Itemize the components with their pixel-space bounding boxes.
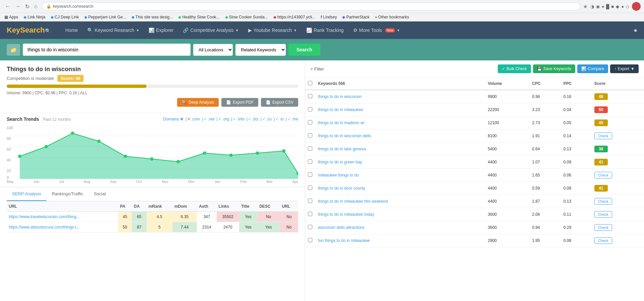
nav-more-tools[interactable]: ⚙ More Tools New ▼ xyxy=(348,22,405,38)
nav-youtube[interactable]: ▶ Youtube Research ▼ xyxy=(244,22,302,38)
search-button[interactable]: Search xyxy=(288,44,320,56)
export-button[interactable]: ↑ Export ▼ xyxy=(610,64,639,73)
bookmark-partnerstack[interactable]: ◆ PartnerStack xyxy=(340,14,371,20)
keyword-link[interactable]: wisconsin dells attractions xyxy=(318,225,365,230)
nav-keyword-research[interactable]: 🔍 Keyword Research ▼ xyxy=(83,22,144,38)
bookmark-apps[interactable]: ▦ Apps xyxy=(3,14,20,20)
tab-serp-analysis[interactable]: SERP Analysis xyxy=(7,187,46,201)
nav-explorer[interactable]: 📊 Explorer xyxy=(144,22,178,38)
location-select[interactable]: All Locations xyxy=(193,44,233,56)
row-checkbox[interactable] xyxy=(305,143,315,156)
domains-label[interactable]: Domains ✚ xyxy=(163,117,184,121)
keyword-link[interactable]: things to do in wisconsin dells xyxy=(318,134,371,138)
check-score-btn[interactable]: Check xyxy=(594,224,612,231)
keyword-checkbox[interactable] xyxy=(308,172,312,177)
row-checkbox[interactable] xyxy=(305,156,315,169)
nav-home[interactable]: Home xyxy=(61,22,83,38)
row-checkbox[interactable] xyxy=(305,103,315,116)
check-score-btn[interactable]: Check xyxy=(594,172,612,179)
keyword-checkbox[interactable] xyxy=(308,133,312,138)
export-pdf-button[interactable]: 📄 Export PDF xyxy=(221,98,258,107)
bookmark-healthy[interactable]: ◆ Healthy Slow Cook... xyxy=(176,14,221,20)
check-score-btn[interactable]: Check xyxy=(594,198,612,205)
back-button[interactable]: ← xyxy=(3,3,12,10)
keyword-checkbox[interactable] xyxy=(308,94,312,98)
keyword-checkbox[interactable] xyxy=(308,186,312,190)
serp-url-1[interactable]: https://www.travelwisconsin.com/thing... xyxy=(7,212,118,222)
keyword-checkbox[interactable] xyxy=(308,225,312,229)
keyword-link[interactable]: things to do in madison wi xyxy=(318,120,364,125)
browser-chrome: ← → ↻ ⌂ 🔒 keysearch.co/research ★ ◑ ◉ ♦ … xyxy=(0,0,644,21)
keyword-type-select[interactable]: Related Keywords xyxy=(235,44,286,56)
list-item: things to do in door county 4400 0.59 0.… xyxy=(305,182,644,195)
check-score-btn[interactable]: Check xyxy=(594,133,612,139)
select-all-checkbox[interactable] xyxy=(308,81,312,85)
keyword-checkbox[interactable] xyxy=(308,238,312,242)
check-score-btn[interactable]: Check xyxy=(594,237,612,244)
user-icon[interactable]: ● xyxy=(634,27,637,34)
keyword-link[interactable]: things to do in wisconsin xyxy=(318,94,362,99)
forward-button[interactable]: → xyxy=(13,3,22,10)
row-checkbox[interactable] xyxy=(305,208,315,221)
tab-social[interactable]: Social xyxy=(89,187,111,201)
bookmark-pepperjam[interactable]: ◆ Pepperjam Link Ge... xyxy=(83,14,128,20)
keyword-link[interactable]: things to do in lake geneva xyxy=(318,147,366,151)
bookmark-site[interactable]: ◆ This site was desig... xyxy=(130,14,174,20)
row-checkbox[interactable] xyxy=(305,234,315,247)
cpc-cell: 0.94 xyxy=(529,221,560,234)
bookmark-more[interactable]: » Other bookmarks xyxy=(373,14,411,20)
bulk-check-button[interactable]: ✓ Bulk Check xyxy=(498,64,531,73)
keyword-link[interactable]: things to do in milwaukee this weekend xyxy=(318,199,388,204)
keyword-checkbox[interactable] xyxy=(308,199,312,203)
keyword-checkbox[interactable] xyxy=(308,146,312,151)
refresh-button[interactable]: ↻ xyxy=(23,3,31,10)
row-checkbox[interactable] xyxy=(305,182,315,195)
search-input[interactable] xyxy=(23,44,191,56)
url-bar[interactable]: 🔒 keysearch.co/research xyxy=(42,2,581,10)
svg-text:60: 60 xyxy=(7,147,11,151)
keyword-label: things to do in milwaukee xyxy=(315,103,485,116)
bookmark-linkninja[interactable]: ◆ Link Ninja xyxy=(22,14,47,20)
keyword-checkbox[interactable] xyxy=(308,159,312,164)
svg-point-17 xyxy=(124,155,127,158)
row-checkbox[interactable] xyxy=(305,116,315,130)
keyword-link[interactable]: things to do in milwaukee today xyxy=(318,212,374,217)
bookmark-ycli[interactable]: ◆ https://n143907.ycli... xyxy=(272,14,317,20)
row-checkbox[interactable] xyxy=(305,195,315,208)
nav-rank[interactable]: 📈 Rank Tracking xyxy=(302,22,348,38)
row-checkbox[interactable] xyxy=(305,169,315,182)
keyword-checkbox[interactable] xyxy=(308,212,312,216)
folder-button[interactable]: 📁 xyxy=(7,44,20,56)
links-1: 35502 xyxy=(217,212,239,222)
star-icon[interactable]: ★ xyxy=(583,3,588,10)
keyword-link[interactable]: milwaukee things to do xyxy=(318,173,359,178)
save-keywords-button[interactable]: 💾 Save Keywords xyxy=(533,64,575,73)
filter-button[interactable]: ▿ Filter xyxy=(311,66,324,71)
keyword-checkbox[interactable] xyxy=(308,120,312,124)
ppc-cell: 0.13 xyxy=(561,143,592,156)
globe-icon-6: ◆ xyxy=(225,15,228,19)
row-checkbox[interactable] xyxy=(305,90,315,103)
keyword-link[interactable]: fun things to do in milwaukee xyxy=(318,238,370,243)
keyword-link[interactable]: things to do in door county xyxy=(318,186,365,191)
serp-url-2[interactable]: https://www.atlasobscura.com/things-t... xyxy=(7,222,118,233)
bookmark-lindsey[interactable]: f Lindsey xyxy=(319,14,338,20)
export-csv-button[interactable]: 📄 Export CSV xyxy=(261,98,298,107)
home-button[interactable]: ⌂ xyxy=(33,3,39,10)
svg-point-15 xyxy=(71,132,74,135)
bookmark-slowcooker[interactable]: ◆ Slow Cooker Sunda... xyxy=(223,14,270,20)
tab-rankings-traffic[interactable]: Rankings/Traffic xyxy=(46,187,88,201)
keyword-link[interactable]: things to do in milwaukee xyxy=(318,107,363,112)
keyword-link[interactable]: things to do in green bay xyxy=(318,160,362,164)
deep-analysis-button[interactable]: 🔍 Deep Analysis xyxy=(177,98,219,107)
col-ppc-hdr: PPC xyxy=(561,78,592,90)
keyword-checkbox[interactable] xyxy=(308,107,312,111)
row-checkbox[interactable] xyxy=(305,221,315,234)
nav-competitive[interactable]: 🔗 Competitive Analysis ▼ xyxy=(178,22,243,38)
bookmark-cj[interactable]: ◆ CJ Deep Link xyxy=(49,14,80,20)
title-1: Yes xyxy=(239,212,257,222)
compare-button[interactable]: 📊 Compare xyxy=(577,64,608,73)
check-score-btn[interactable]: Check xyxy=(594,211,612,218)
profile-icon[interactable] xyxy=(632,2,641,11)
row-checkbox[interactable] xyxy=(305,130,315,143)
